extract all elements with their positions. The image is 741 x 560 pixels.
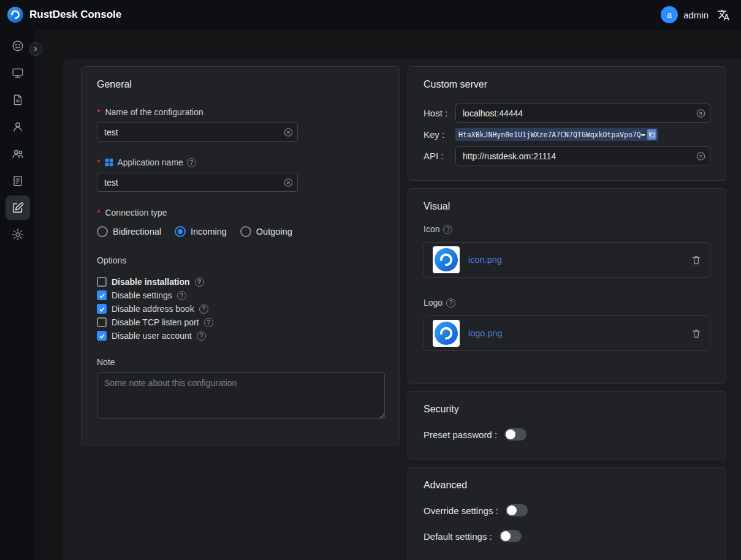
help-icon[interactable]: ? [195, 278, 204, 287]
checkbox[interactable] [97, 304, 107, 314]
radio-incoming[interactable]: Incoming [175, 226, 227, 237]
help-icon[interactable]: ? [446, 298, 455, 308]
groups-icon [11, 147, 25, 161]
help-icon[interactable]: ? [204, 318, 213, 327]
radio-circle[interactable] [240, 226, 251, 237]
main-content: General * Name of the configuration * [63, 59, 741, 560]
devices-icon [11, 66, 25, 80]
sidebar-expand-button[interactable] [29, 42, 42, 56]
sidebar-item-groups[interactable] [6, 142, 30, 166]
logs-icon [11, 174, 25, 187]
sidebar-item-logs[interactable] [6, 168, 30, 193]
rustdesk-logo-icon [7, 7, 23, 23]
checkbox-row-disable-address-book: Disable address book ? [97, 302, 384, 316]
app-name-clear-icon[interactable] [284, 178, 293, 187]
default-settings-row: Default settings : [424, 530, 710, 542]
override-settings-toggle[interactable] [506, 504, 528, 516]
radio-circle[interactable] [175, 226, 186, 237]
sidebar-item-settings[interactable] [6, 222, 30, 247]
sidebar-item-custom-client[interactable] [6, 195, 30, 220]
default-settings-label: Default settings : [424, 531, 492, 542]
sidebar-item-devices[interactable] [6, 61, 30, 85]
logo-delete-button[interactable] [691, 328, 701, 339]
host-label: Host : [424, 108, 455, 118]
note-textarea[interactable] [97, 373, 385, 419]
brand: RustDesk Console [7, 7, 121, 23]
checkbox-row-disable-user-account: Disable user account ? [97, 329, 384, 342]
sidebar-item-users[interactable] [6, 115, 30, 139]
checkbox[interactable] [97, 277, 107, 287]
override-settings-row: Override settings : [424, 504, 710, 516]
avatar[interactable]: a [661, 6, 678, 23]
translate-icon[interactable] [717, 9, 730, 21]
radio-bidirectional[interactable]: Bidirectional [97, 226, 161, 237]
help-icon[interactable]: ? [177, 291, 186, 300]
app-name-label: * Application name ? [97, 157, 384, 167]
note-label: Note [97, 357, 384, 367]
logo-upload-box[interactable]: logo.png [424, 316, 710, 351]
user-icon [11, 120, 25, 134]
connection-type-label: * Connection type [97, 208, 384, 218]
sidebar [0, 29, 36, 560]
user-menu[interactable]: a admin [661, 6, 709, 23]
name-field-wrap [97, 123, 298, 142]
visual-title: Visual [424, 201, 710, 212]
icon-file-link[interactable]: icon.png [468, 255, 502, 265]
api-input[interactable] [455, 146, 710, 165]
advanced-title: Advanced [424, 480, 710, 491]
radio-circle[interactable] [97, 226, 108, 237]
key-row: Key : HtaXBkJNHyn0e1U1jWXze7A7CN7QTGWqxk… [424, 128, 710, 141]
override-settings-label: Override settings : [424, 505, 498, 516]
settings-icon [11, 228, 25, 241]
custom-server-card: Custom server Host : Key : H [408, 66, 726, 181]
api-row: API : [424, 146, 710, 165]
logo-file-link[interactable]: logo.png [468, 328, 503, 338]
key-label: Key : [424, 129, 455, 140]
logo-preview [433, 320, 460, 347]
trash-icon [691, 255, 701, 265]
status-icon [11, 39, 25, 53]
icon-upload-box[interactable]: icon.png [424, 242, 710, 278]
custom-client-icon [11, 201, 25, 214]
options-label: Options [97, 255, 384, 265]
sidebar-item-documents[interactable] [6, 88, 30, 112]
app-title: RustDesk Console [29, 9, 121, 21]
required-asterisk: * [97, 157, 100, 167]
user-name: admin [683, 10, 709, 20]
default-settings-toggle[interactable] [500, 530, 522, 542]
security-card: Security Preset password : [408, 391, 726, 460]
connection-type-group: Bidirectional Incoming Outgoing [97, 226, 384, 237]
icon-delete-button[interactable] [691, 255, 701, 265]
chevron-right-icon [32, 45, 39, 53]
trash-icon [691, 328, 701, 339]
general-card: General * Name of the configuration * [81, 66, 400, 445]
checkbox[interactable] [97, 290, 107, 300]
preset-password-toggle[interactable] [504, 428, 526, 441]
help-icon[interactable]: ? [199, 305, 208, 314]
help-icon[interactable]: ? [187, 158, 196, 167]
checkbox-row-disable-tcp-listen-port: Disable TCP listen port ? [97, 316, 384, 329]
api-clear-icon[interactable] [696, 151, 705, 161]
windows-icon [105, 158, 113, 167]
required-asterisk: * [97, 107, 100, 117]
name-input[interactable] [97, 123, 298, 142]
checkbox[interactable] [97, 317, 107, 327]
host-input[interactable] [455, 104, 710, 123]
logo-label: Logo ? [424, 298, 710, 308]
checkbox-row-disable-installation: Disable installation ? [97, 275, 384, 289]
api-label: API : [424, 151, 455, 161]
general-title: General [97, 79, 384, 90]
topbar: RustDesk Console a admin [0, 0, 741, 29]
checkbox[interactable] [97, 331, 107, 341]
name-clear-icon[interactable] [284, 127, 293, 137]
sidebar-item-status[interactable] [6, 34, 30, 58]
app-name-input[interactable] [97, 173, 298, 192]
help-icon[interactable]: ? [443, 225, 452, 234]
radio-outgoing[interactable]: Outgoing [240, 226, 292, 237]
host-clear-icon[interactable] [696, 108, 705, 118]
visual-card: Visual Icon ? icon.png [408, 188, 726, 384]
copy-key-button[interactable] [647, 129, 656, 140]
key-value: HtaXBkJNHyn0e1U1jWXze7A7CN7QTGWqxkOtpaVp… [458, 131, 645, 139]
checkbox-row-disable-settings: Disable settings ? [97, 289, 384, 302]
help-icon[interactable]: ? [197, 331, 206, 341]
